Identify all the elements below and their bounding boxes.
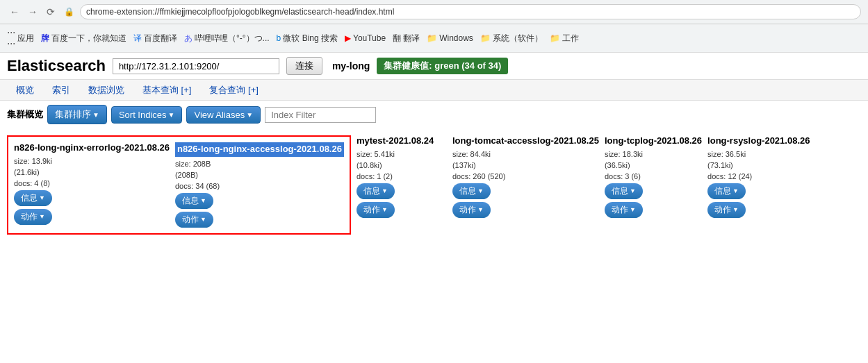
index-size2-1: (21.6ki) [14,168,170,176]
bookmark-apps-label: 应用 [17,33,34,44]
info-label-6: 信息 [714,185,731,197]
bookmark-fanyi-label: 翻译 [403,33,420,44]
baidu-icon: 牌 [41,33,49,44]
bookmark-bing-label: 微软 Bing 搜索 [283,33,338,44]
info-button-3[interactable]: 信息 ▼ [357,183,395,199]
action-button-1[interactable]: 动作 ▼ [14,209,52,225]
view-aliases-label: View Aliases [194,110,245,120]
info-arrow-icon-3: ▼ [382,187,388,194]
info-label-1: 信息 [21,192,38,204]
tab-overview[interactable]: 概览 [7,80,43,100]
tab-index-label: 索引 [52,85,70,95]
index-size2-3: (10.8ki) [357,161,447,169]
bookmark-work[interactable]: 📁 工作 [550,33,579,44]
action-button-6[interactable]: 动作 ▼ [707,202,746,218]
index-card-5: long-tcplog-2021.08.26 size: 18.3ki (36.… [605,135,702,235]
index-card-1: n826-long-nginx-errorlog-2021.08.26 size… [14,142,170,228]
elasticsearch-app: Elasticsearch 连接 my-long 集群健康值: green (3… [0,53,868,242]
health-badge: 集群健康值: green (34 of 34) [377,58,508,74]
tab-browser[interactable]: 数据浏览 [79,80,133,100]
work-folder-icon: 📁 [550,33,560,43]
translate-icon: 译 [133,33,142,44]
address-bar[interactable] [80,4,861,19]
action-label-1: 动作 [21,211,38,223]
action-arrow-icon-1: ▼ [39,213,45,220]
index-name-6: long-rsyslog-2021.08.26 [707,135,810,147]
bookmark-bing[interactable]: b 微软 Bing 搜索 [277,33,338,44]
cluster-name: my-long [332,60,370,71]
bookmark-youtube[interactable]: ▶ YouTube [345,33,386,43]
tab-index[interactable]: 索引 [43,80,79,100]
index-size-2: size: 208B [175,160,344,168]
cluster-sort-button[interactable]: 集群排序 ▼ [47,105,107,124]
info-label-5: 信息 [612,185,628,197]
cluster-sort-label: 集群排序 [55,108,91,121]
toolbar: 集群概览 集群排序 ▼ Sort Indices ▼ View Aliases … [0,101,868,128]
index-card-3: mytest-2021.08.24 size: 5.41ki (10.8ki) … [357,135,447,235]
action-label-2: 动作 [182,214,199,226]
tab-overview-label: 概览 [16,85,34,95]
index-name-1: n826-long-nginx-errorlog-2021.08.26 [14,142,170,154]
info-arrow-icon-5: ▼ [630,187,636,194]
action-label-3: 动作 [363,204,380,216]
browser-chrome: ← → ⟳ 🔒 [0,0,868,24]
discord-icon: あ [184,33,193,44]
info-arrow-icon-2: ▼ [200,197,206,204]
action-button-2[interactable]: 动作 ▼ [175,212,213,228]
index-card-6: long-rsyslog-2021.08.26 size: 36.5ki (73… [707,135,810,235]
info-button-1[interactable]: 信息 ▼ [14,190,52,206]
info-arrow-icon-1: ▼ [39,194,45,201]
action-arrow-icon-5: ▼ [630,206,636,213]
info-label-3: 信息 [363,185,380,197]
back-button[interactable]: ← [7,4,22,19]
action-button-3[interactable]: 动作 ▼ [357,202,395,218]
bookmark-windows[interactable]: 📁 Windows [427,33,473,43]
tab-compound-query[interactable]: 复合查询 [+] [200,80,267,100]
reload-button[interactable]: ⟳ [43,4,58,19]
tab-basic-query[interactable]: 基本查询 [+] [133,80,200,100]
bookmark-discord[interactable]: あ 哔哩哔哩（°-°）つ... [184,33,270,44]
index-docs-2: docs: 34 (68) [175,182,344,190]
index-size-4: size: 84.4ki [452,150,599,158]
action-label-6: 动作 [714,204,731,216]
bookmark-system[interactable]: 📁 系统（软件） [480,33,543,44]
action-button-4[interactable]: 动作 ▼ [452,202,491,218]
action-arrow-icon-4: ▼ [477,206,484,213]
action-button-5[interactable]: 动作 ▼ [605,202,643,218]
index-card-2: n826-long-nginx-accesslog-2021.08.26 siz… [175,142,344,228]
index-size2-4: (137ki) [452,161,599,169]
info-button-5[interactable]: 信息 ▼ [605,183,643,199]
view-aliases-button[interactable]: View Aliases ▼ [186,106,261,124]
sort-indices-button[interactable]: Sort Indices ▼ [111,106,183,124]
index-size2-6: (73.1ki) [707,161,810,169]
bookmarks-bar: ⋅⋅⋅⋅⋅⋅ 应用 牌 百度一下，你就知道 译 百度翻译 あ 哔哩哔哩（°-°）… [0,24,868,53]
bookmark-system-label: 系统（软件） [493,33,543,44]
info-button-2[interactable]: 信息 ▼ [175,193,213,209]
index-name-2: n826-long-nginx-accesslog-2021.08.26 [175,142,344,157]
tab-compound-query-label: 复合查询 [+] [209,85,258,95]
bookmark-translate[interactable]: 译 百度翻译 [133,33,177,44]
connect-button[interactable]: 连接 [286,57,322,75]
index-filter-input[interactable] [265,107,376,123]
action-label-4: 动作 [459,204,476,216]
bookmark-fanyi[interactable]: 翻 翻译 [393,33,420,44]
bookmark-apps[interactable]: ⋅⋅⋅⋅⋅⋅ 应用 [7,27,34,49]
bookmark-baidu[interactable]: 牌 百度一下，你就知道 [41,33,126,44]
info-button-4[interactable]: 信息 ▼ [452,183,491,199]
tab-basic-query-label: 基本查询 [+] [142,85,191,95]
index-docs-4: docs: 260 (520) [452,172,599,180]
cluster-sort-arrow-icon: ▼ [92,111,99,119]
system-folder-icon: 📁 [480,33,491,43]
url-input[interactable] [113,58,279,74]
index-name-3: mytest-2021.08.24 [357,135,447,147]
forward-button[interactable]: → [25,4,40,19]
tab-browser-label: 数据浏览 [88,85,124,95]
apps-icon: ⋅⋅⋅⋅⋅⋅ [7,27,15,49]
index-card-4: long-tomcat-accesslog-2021.08.25 size: 8… [452,135,599,235]
info-button-6[interactable]: 信息 ▼ [707,183,746,199]
index-size-3: size: 5.41ki [357,150,447,158]
sort-indices-label: Sort Indices [119,110,167,120]
info-arrow-icon-4: ▼ [477,187,484,194]
info-arrow-icon-6: ▼ [732,187,739,194]
highlight-box: n826-long-nginx-errorlog-2021.08.26 size… [7,135,351,235]
